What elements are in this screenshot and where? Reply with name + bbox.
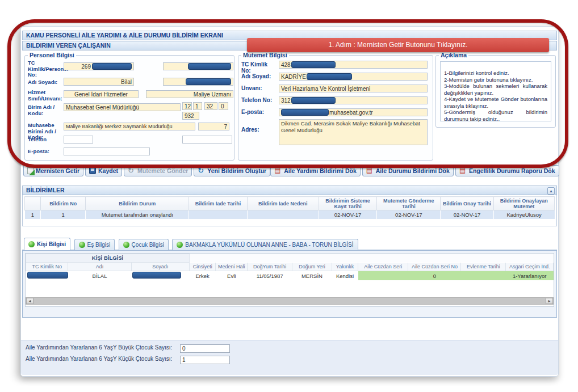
telefon-input-2[interactable] — [182, 136, 232, 144]
birim-kod1-input[interactable]: 12 — [182, 102, 192, 110]
aile-yardimi-dok-label: Aile Yardımı Bildirimi Dök — [284, 167, 357, 174]
adi-soyadi-label: Adı Soyadı: — [28, 79, 62, 86]
muhasebe-birimi-input[interactable]: Maliye Bakanlığı Merkez Saymanlık Müdürl… — [64, 123, 195, 130]
footer-section: Aile Yardımından Yararlanan 6 YaşY Büyük… — [21, 340, 558, 375]
engellilik-durumu-raporu-dok-button[interactable]: Engellilik Durumu Raporu Dök — [455, 165, 559, 176]
mernisten-getir-button[interactable]: Mernisten Getir — [23, 165, 83, 176]
aile-durumu-bildirimi-dok-button[interactable]: Aile Durumu Bildirimi Dök — [362, 165, 454, 176]
kisi-header-row: TC Kimlik No Adı Soyadı Cinsiyeti Medeni… — [26, 263, 554, 271]
eposta-input[interactable] — [64, 147, 150, 155]
horizontal-scrollbar[interactable]: ◂ ▸ — [26, 297, 554, 305]
pdf-icon — [274, 167, 282, 175]
new-declaration-icon — [198, 167, 205, 175]
birim-kod5-input[interactable]: 932 — [182, 112, 199, 120]
col-cinsiyeti: Cinsiyeti — [189, 263, 215, 271]
muhasebe-kod-input[interactable]: 7 — [198, 123, 229, 130]
hizmet-sinifi-label: Hizmet Sınıfı/Unvanı: — [28, 90, 62, 102]
save-icon — [89, 167, 96, 174]
mutemete-gonder-button[interactable]: Mutemete Gönder — [124, 165, 192, 176]
pdf-icon — [366, 167, 374, 175]
mutemet-adi-value: KADRİYE — [281, 74, 306, 80]
birim-kod2-input[interactable]: 1 — [193, 102, 202, 110]
bildirimler-title: BİLDİRİMLER — [26, 187, 65, 193]
tc-kimlik-personel-label: TC Kimlik/Personel No: — [28, 60, 62, 78]
muhasebe-value: Maliye Bakanlığı Merkez Saymanlık Müdürl… — [66, 124, 173, 129]
col-onaylayan-mutemet: Bildirimi Onaylayan Mutemet — [493, 197, 554, 210]
mutemet-telefon-input[interactable]: 312 — [279, 96, 428, 104]
birim-adi-label: Birim Adı / Kodu: — [28, 104, 62, 116]
mutemet-bilgisi-panel: Mutemet Bilgisi TC Kimlik No: 428 Adı So… — [238, 52, 433, 161]
bildirim-table-row[interactable]: 1 1 Mutemet tarafından onaylandı 02-NOV-… — [25, 210, 555, 219]
aciklama-line: 3-Modülde bulunan sekmeleri kullanarak d… — [444, 83, 547, 96]
col-aile-cuzdan-seri: Aile Cüzdan Seri — [358, 263, 408, 271]
soyadi-input[interactable] — [163, 78, 233, 86]
mutemet-unvan-input[interactable]: Veri Hazırlama Ve Kontrol İşletmeni — [279, 85, 428, 92]
hizmet-value: Genel İdari Hizmetler — [74, 91, 128, 98]
kucuk-cocuk-input[interactable] — [180, 356, 230, 364]
bildirimler-table-container: Bildirim No Bildirim Durum Bildirim İade… — [22, 195, 557, 226]
mutemet-tc-value: 428 — [281, 62, 291, 68]
personel-no-input[interactable] — [163, 62, 233, 70]
mutemet-eposta-input[interactable]: muhasebat.gov.tr — [279, 108, 428, 116]
application-window: KAMU PERSONELİ AİLE YARDIMI & AİLE DURUM… — [20, 26, 559, 377]
col-bildirim-no: Bildirim No — [40, 197, 85, 210]
green-ball-icon — [79, 242, 85, 248]
col-dogum-yeri: Doğum Yeri — [292, 263, 332, 271]
redaction-blob — [186, 78, 231, 85]
redaction-blob — [291, 97, 336, 104]
kisi-bilgisi-panel: KİŞİ BİLGİSİ TC Kimlik No Adı Soyadı Cin… — [22, 250, 557, 318]
aile-yardimi-bildirimi-dok-button[interactable]: Aile Yardımı Bildirimi Dök — [270, 165, 361, 176]
hizmet-sinifi-input[interactable]: Genel İdari Hizmetler — [64, 90, 139, 98]
birim-kod4-input[interactable]: 0 — [219, 102, 228, 110]
mutemet-adres-input[interactable]: Dikmen Cad. Merasim Sokak Maliye Bakanlı… — [279, 119, 428, 145]
toolbar-right-group: Aile Yardımı Bildirimi Dök Aile Durumu B… — [270, 165, 559, 176]
step-instruction-banner: 1. Adım : Mernisten Getir Butonunu Tıkla… — [247, 38, 549, 52]
mutemet-adres-value: Dikmen Cad. Merasim Sokak Maliye Bakanlı… — [281, 120, 425, 134]
mutemet-unvan-label: Unvanı: — [241, 86, 277, 92]
tab-bakmakla-yukumlu[interactable]: BAKMAKLA YÜKÜMLÜ OLUNAN ANNE - BABA - TO… — [172, 239, 358, 251]
tab-es-bilgisi[interactable]: Eş Bilgisi — [74, 239, 115, 251]
mutemete-gonder-label: Mutemete Gönder — [137, 167, 188, 174]
aciklama-line: 1-Bilgilerinizi kontrol ediniz. — [444, 70, 547, 77]
mutemet-adi-input[interactable]: KADRİYE — [279, 73, 428, 81]
mutemet-unvan-value: Veri Hazırlama Ve Kontrol İşletmeni — [281, 86, 370, 92]
tab-cocuk-label: Çocuk Bilgisi — [132, 242, 164, 248]
kucuk-cocuk-label: Aile Yardımından Yararlanan 6 YaşY Küçük… — [26, 356, 180, 363]
redaction-blob — [27, 272, 68, 279]
birim-value: Muhasebat Genel Müdürlüğü — [66, 104, 139, 111]
col-sisteme-kayit-tarihi: Bildirimin Sisteme Kayıt Tarihi — [319, 197, 377, 210]
adi-value: Bilal — [121, 79, 132, 85]
col-medeni-hali: Medeni Hali — [216, 263, 248, 271]
kaydet-button[interactable]: Kaydet — [85, 165, 122, 176]
buyuk-cocuk-input[interactable] — [180, 344, 230, 353]
birim-adi-input[interactable]: Muhasebat Genel Müdürlüğü — [64, 103, 181, 111]
adi-soyadi-input[interactable]: Bilal — [64, 78, 134, 86]
green-ball-icon — [177, 242, 183, 248]
kisi-table: KİŞİ BİLGİSİ TC Kimlik No Adı Soyadı Cin… — [26, 254, 554, 280]
mutemet-bilgisi-legend: Mutemet Bilgisi — [241, 52, 289, 58]
scroll-left-icon[interactable]: ◂ — [26, 298, 33, 304]
col-adi: Adı — [68, 263, 131, 271]
kisi-table-row[interactable]: BİLAL Erkek Evli 11/05/1987 MERSİN Kendi… — [26, 271, 554, 281]
tab-kisi-bilgisi[interactable]: Kişi Bilgisi — [24, 238, 70, 250]
kucuk-cocuk-row: Aile Yardımından Yararlanan 6 YaşY Küçük… — [26, 356, 554, 364]
tc-kimlik-personel-input[interactable]: 269 — [64, 62, 134, 70]
green-ball-icon — [123, 242, 129, 248]
tab-bar: Kişi Bilgisi Eş Bilgisi Çocuk Bilgisi BA… — [22, 238, 557, 250]
redaction-blob — [132, 272, 181, 279]
buyuk-cocuk-row: Aile Yardımından Yararlanan 6 YaşY Büyük… — [26, 344, 554, 353]
unvan-input[interactable]: Maliye Uzmanı — [146, 90, 233, 98]
yeni-bildirim-olustur-button[interactable]: Yeni Bildirim Oluştur — [194, 165, 270, 176]
birim-kod3-input[interactable]: 32 — [204, 102, 217, 110]
collapse-panel-button[interactable]: ▴ — [547, 187, 555, 195]
aciklama-line: 2-Mernisten getir butonuna tıklayınız. — [444, 77, 547, 83]
tab-cocuk-bilgisi[interactable]: Çocuk Bilgisi — [119, 239, 169, 251]
scroll-right-icon[interactable]: ▸ — [546, 298, 553, 304]
col-bildirim-durum: Bildirim Durum — [86, 197, 189, 210]
col-rownum — [25, 197, 41, 210]
aciklama-panel: Açıklama 1-Bilgilerinizi kontrol ediniz.… — [435, 52, 556, 128]
telefon-label: Telefon — [28, 137, 62, 143]
mutemet-tc-input[interactable]: 428 — [279, 61, 428, 69]
telefon-input[interactable] — [64, 136, 93, 144]
green-ball-icon — [28, 241, 35, 247]
